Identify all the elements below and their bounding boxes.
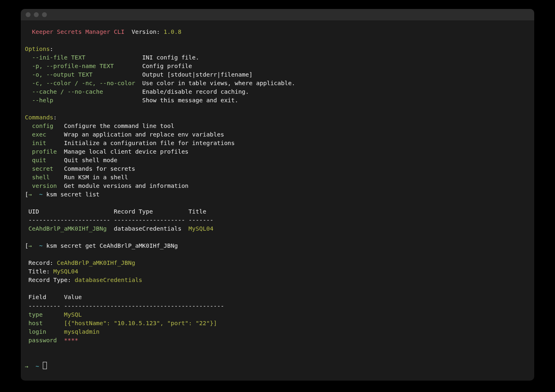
titlebar xyxy=(21,9,534,20)
terminal-window: Keeper Secrets Manager CLI Version: 1.0.… xyxy=(21,9,534,381)
traffic-light-zoom-icon[interactable] xyxy=(42,12,47,17)
traffic-light-minimize-icon[interactable] xyxy=(34,12,39,17)
cursor-icon xyxy=(43,362,47,369)
terminal-body[interactable]: Keeper Secrets Manager CLI Version: 1.0.… xyxy=(21,20,534,381)
traffic-light-close-icon[interactable] xyxy=(26,12,31,17)
